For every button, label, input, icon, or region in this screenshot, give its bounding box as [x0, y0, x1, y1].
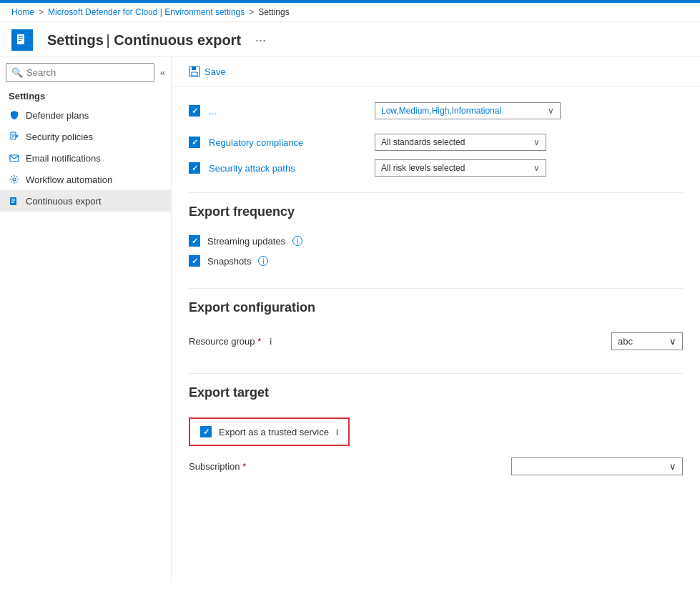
export-configuration-section: Export configuration Resource group * i …	[189, 300, 683, 356]
content-area: ... Low,Medium,High,Informational ∨ Regu…	[172, 86, 700, 507]
sidebar-item-security-policies[interactable]: Security policies	[0, 126, 171, 147]
regulatory-compliance-dropdown-value: All standards selected	[381, 137, 465, 147]
export-trusted-service-info-icon[interactable]: i	[336, 427, 338, 437]
collapse-sidebar-button[interactable]: «	[160, 67, 165, 78]
sidebar: 🔍 « Settings Defender plans Security pol…	[0, 57, 172, 582]
sidebar-section-label: Settings	[0, 85, 171, 104]
svg-rect-14	[11, 201, 15, 202]
sidebar-item-continuous-export[interactable]: Continuous export	[0, 190, 171, 212]
svg-rect-2	[19, 38, 23, 39]
sidebar-item-workflow-automation[interactable]: Workflow automation	[0, 169, 171, 190]
regulatory-compliance-chevron: ∨	[533, 137, 540, 147]
snapshots-info-icon[interactable]: i	[258, 256, 268, 266]
toolbar: Save	[172, 57, 700, 86]
subscription-label: Subscription *	[189, 461, 246, 472]
partial-label: ...	[209, 106, 366, 117]
breadcrumb-home[interactable]: Home	[11, 7, 34, 17]
svg-rect-3	[19, 40, 21, 41]
svg-rect-17	[192, 66, 196, 70]
regulatory-compliance-dropdown[interactable]: All standards selected ∨	[375, 134, 546, 151]
search-icon: 🔍	[11, 67, 23, 78]
regulatory-compliance-row: Regulatory compliance All standards sele…	[189, 129, 683, 155]
resource-group-row: Resource group * i abc ∨	[189, 327, 683, 356]
checkbox-snapshots[interactable]	[189, 255, 200, 267]
export-as-trusted-service-box: Export as a trusted service i	[189, 417, 350, 446]
subscription-dropdown[interactable]: ∨	[511, 457, 683, 475]
export-configuration-heading: Export configuration	[189, 300, 683, 315]
streaming-updates-label: Streaming updates	[207, 236, 285, 247]
sidebar-item-defender-plans-label: Defender plans	[26, 110, 89, 121]
export-trusted-service-label: Export as a trusted service	[219, 427, 329, 437]
policy-icon	[9, 131, 20, 142]
email-icon	[9, 152, 20, 164]
checkbox-streaming-updates[interactable]	[189, 235, 200, 247]
save-icon	[189, 66, 200, 77]
resource-group-dropdown-chevron: ∨	[669, 336, 676, 347]
page-header: Settings | Continuous export ···	[0, 22, 700, 57]
breadcrumb: Home > Microsoft Defender for Cloud | En…	[0, 3, 700, 22]
subscription-row: Subscription * ∨	[189, 452, 683, 481]
partial-dropdown[interactable]: Low,Medium,High,Informational ∨	[375, 102, 561, 119]
resource-group-required: *	[257, 336, 261, 347]
export-frequency-heading: Export frequency	[189, 204, 683, 219]
breadcrumb-defender[interactable]: Microsoft Defender for Cloud | Environme…	[48, 7, 245, 17]
svg-rect-13	[11, 199, 15, 199]
divider-2	[189, 288, 683, 289]
header-ellipsis[interactable]: ···	[255, 33, 266, 48]
divider-1	[189, 192, 683, 193]
subscription-dropdown-chevron: ∨	[669, 461, 676, 472]
streaming-updates-row: Streaming updates i	[189, 231, 683, 251]
data-row-partial: ... Low,Medium,High,Informational ∨	[189, 98, 683, 124]
security-attack-paths-chevron: ∨	[533, 163, 540, 173]
security-attack-paths-row: Security attack paths All risk levels se…	[189, 155, 683, 181]
export-frequency-section: Export frequency Streaming updates i Sna…	[189, 204, 683, 271]
page-title: Settings | Continuous export	[47, 32, 241, 49]
streaming-updates-info-icon[interactable]: i	[292, 236, 302, 246]
breadcrumb-sep1: >	[39, 7, 44, 17]
svg-rect-1	[19, 36, 23, 37]
security-attack-paths-dropdown-value: All risk levels selected	[381, 163, 465, 173]
svg-point-11	[13, 178, 16, 181]
checkbox-export-trusted-service[interactable]	[200, 426, 212, 437]
sidebar-item-workflow-automation-label: Workflow automation	[26, 174, 112, 185]
svg-rect-18	[192, 72, 197, 76]
resource-group-dropdown-value: abc	[618, 336, 633, 347]
sidebar-item-email-notifications-label: Email notifications	[26, 153, 101, 164]
checkbox-regulatory-compliance[interactable]	[189, 137, 200, 148]
sidebar-item-email-notifications[interactable]: Email notifications	[0, 147, 171, 169]
search-input[interactable]	[6, 63, 154, 82]
resource-group-dropdown[interactable]: abc ∨	[611, 332, 683, 350]
checkbox-partial[interactable]	[189, 105, 200, 117]
top-partial-row: ... Low,Medium,High,Informational ∨	[189, 95, 683, 129]
checkbox-security-attack-paths[interactable]	[189, 162, 200, 174]
breadcrumb-sep2: >	[249, 7, 254, 17]
gear-icon	[9, 174, 20, 185]
page-header-icon	[11, 29, 33, 51]
export-target-section: Export target Export as a trusted servic…	[189, 385, 683, 481]
security-attack-paths-label: Security attack paths	[209, 163, 366, 174]
sidebar-item-defender-plans[interactable]: Defender plans	[0, 104, 171, 126]
divider-3	[189, 373, 683, 374]
sidebar-item-security-policies-label: Security policies	[26, 132, 93, 142]
resource-group-info-icon[interactable]: i	[270, 336, 272, 347]
resource-group-label: Resource group *	[189, 336, 261, 347]
regulatory-compliance-label: Regulatory compliance	[209, 137, 366, 148]
partial-dropdown-chevron: ∨	[548, 106, 554, 116]
security-attack-paths-dropdown[interactable]: All risk levels selected ∨	[375, 159, 546, 177]
save-button[interactable]: Save	[183, 63, 232, 80]
shield-icon	[9, 109, 20, 121]
export-icon	[9, 195, 20, 207]
snapshots-label: Snapshots	[207, 256, 251, 267]
svg-rect-15	[11, 202, 14, 203]
export-target-heading: Export target	[189, 385, 683, 400]
main-content: Save ... Low,Medium,High,Informational ∨…	[172, 57, 700, 582]
breadcrumb-current: Settings	[258, 7, 289, 17]
subscription-required: *	[242, 461, 246, 472]
snapshots-row: Snapshots i	[189, 251, 683, 271]
sidebar-item-continuous-export-label: Continuous export	[26, 196, 102, 207]
